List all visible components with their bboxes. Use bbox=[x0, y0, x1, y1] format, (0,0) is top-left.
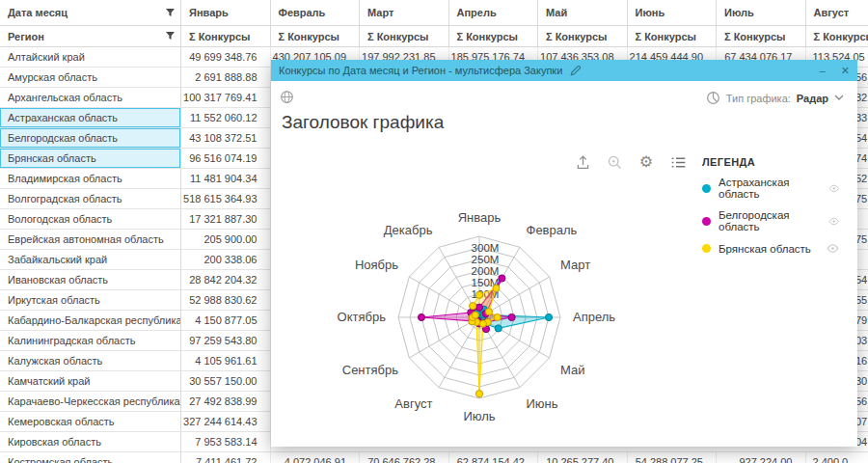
region-cell[interactable]: Калужская область bbox=[0, 351, 181, 370]
region-cell[interactable]: Еврейская автономная область bbox=[0, 230, 181, 249]
export-icon[interactable] bbox=[573, 152, 592, 172]
chevron-down-icon bbox=[834, 95, 844, 101]
value-cell[interactable]: 10 265 277.40 bbox=[538, 452, 628, 463]
value-cell[interactable]: 205 900.00 bbox=[181, 230, 271, 249]
modal-titlebar[interactable]: Конкурсы по Дата месяц и Регион - мульти… bbox=[271, 60, 857, 81]
legend-item[interactable]: Брянская область bbox=[702, 242, 843, 255]
legend-list-icon[interactable] bbox=[668, 152, 688, 172]
legend-item[interactable]: Белгородская область bbox=[702, 209, 843, 232]
value-cell[interactable]: 200 338.06 bbox=[181, 250, 271, 269]
month-column-header[interactable]: Апрель bbox=[449, 0, 539, 26]
region-cell[interactable]: Кабардино-Балкарская республика bbox=[0, 311, 181, 330]
measure-column-header[interactable]: Σ Конкурсы bbox=[717, 26, 806, 47]
settings-gear-icon[interactable]: ⚙ bbox=[637, 152, 656, 172]
region-cell[interactable]: Карачаево-Черкесская республика bbox=[0, 392, 181, 411]
value-cell[interactable]: 70 646 762.28 bbox=[360, 452, 449, 463]
region-cell[interactable]: Ивановская область bbox=[0, 270, 181, 289]
table-header-row-measures: Регион Σ КонкурсыΣ КонкурсыΣ КонкурсыΣ К… bbox=[0, 26, 868, 47]
region-cell[interactable]: Белгородская область bbox=[0, 128, 181, 148]
value-cell[interactable]: 17 321 887.30 bbox=[181, 209, 271, 229]
svg-text:Сентябрь: Сентябрь bbox=[342, 363, 398, 377]
close-button[interactable]: ✕ bbox=[841, 66, 850, 76]
value-cell[interactable]: 43 108 372.51 bbox=[181, 128, 271, 148]
region-cell[interactable]: Алтайский край bbox=[0, 47, 181, 67]
measure-column-header[interactable]: Σ Конкурсы bbox=[538, 26, 628, 47]
region-cell[interactable]: Кировская область bbox=[0, 432, 181, 451]
value-cell[interactable]: 7 953 583.14 bbox=[181, 432, 271, 451]
value-cell[interactable]: 2 400.0 bbox=[806, 452, 868, 463]
month-column-header[interactable]: Май bbox=[538, 0, 628, 26]
value-cell[interactable]: 518 615 364.93 bbox=[181, 189, 271, 208]
minimize-button[interactable]: – bbox=[820, 66, 826, 76]
value-cell[interactable]: 62 874 154.42 bbox=[449, 452, 539, 463]
filter-icon[interactable] bbox=[166, 9, 175, 17]
value-cell[interactable]: 7 411 461.72 bbox=[181, 452, 271, 463]
region-cell[interactable]: Амурская область bbox=[0, 68, 181, 87]
region-cell[interactable]: Костромская область bbox=[0, 452, 181, 463]
chart-modal: Конкурсы по Дата месяц и Регион - мульти… bbox=[271, 60, 857, 447]
visibility-eye-icon[interactable] bbox=[827, 242, 839, 255]
value-cell[interactable]: 927 224.00 bbox=[717, 452, 806, 463]
region-cell[interactable]: Забайкальский край bbox=[0, 250, 181, 269]
legend-item[interactable]: Астраханская область bbox=[702, 177, 843, 200]
measure-column-header[interactable]: Σ Конкурсы bbox=[628, 26, 718, 47]
value-cell[interactable]: 4 105 961.61 bbox=[181, 351, 271, 370]
svg-text:Январь: Январь bbox=[458, 210, 502, 225]
chart-type-selector[interactable]: Тип графика: Радар bbox=[706, 91, 844, 105]
visibility-eye-icon[interactable] bbox=[828, 215, 840, 228]
measure-column-header[interactable]: Σ Конкурсы bbox=[360, 26, 449, 47]
measure-column-header[interactable]: Σ Конкурсы bbox=[806, 26, 868, 47]
value-cell[interactable]: 327 244 614.43 bbox=[181, 412, 271, 431]
measure-column-header[interactable]: Σ Конкурсы bbox=[271, 26, 361, 47]
value-cell[interactable]: 100 317 769.41 bbox=[181, 88, 271, 107]
region-cell[interactable]: Калининградская область bbox=[0, 331, 181, 350]
value-cell[interactable]: 11 552 060.12 bbox=[181, 108, 271, 127]
svg-text:200M: 200M bbox=[472, 265, 500, 277]
month-column-header[interactable]: Январь bbox=[181, 0, 271, 26]
svg-text:Апрель: Апрель bbox=[573, 310, 615, 324]
month-column-header[interactable]: Август bbox=[806, 0, 868, 26]
value-cell[interactable]: 54 288 077.25 bbox=[628, 452, 718, 463]
legend-items: Астраханская областьБелгородская область… bbox=[687, 177, 843, 255]
table-row[interactable]: Костромская область7 411 461.724 072 046… bbox=[0, 452, 868, 463]
value-cell[interactable]: 97 259 543.80 bbox=[181, 331, 271, 350]
value-cell[interactable]: 2 691 888.88 bbox=[181, 68, 271, 87]
app-window: Дата месяц ЯнварьФевральМартАпрельМайИюн… bbox=[0, 0, 868, 463]
region-dimension-header[interactable]: Регион bbox=[0, 26, 181, 47]
value-cell[interactable]: 4 150 877.05 bbox=[181, 311, 271, 330]
value-cell[interactable]: 49 699 348.76 bbox=[181, 47, 271, 67]
region-cell[interactable]: Астраханская область bbox=[0, 108, 181, 127]
visibility-eye-icon[interactable] bbox=[828, 182, 840, 195]
region-cell[interactable]: Волгоградская область bbox=[0, 189, 181, 208]
svg-text:Август: Август bbox=[394, 396, 432, 411]
date-dimension-header[interactable]: Дата месяц bbox=[0, 0, 181, 26]
region-cell[interactable]: Владимирская область bbox=[0, 169, 181, 188]
multisphere-icon[interactable] bbox=[280, 90, 294, 104]
value-cell[interactable]: 96 516 074.19 bbox=[181, 149, 271, 168]
svg-text:Июнь: Июнь bbox=[527, 396, 558, 411]
measure-headers: Σ КонкурсыΣ КонкурсыΣ КонкурсыΣ Конкурсы… bbox=[181, 26, 868, 47]
zoom-icon[interactable] bbox=[605, 152, 624, 172]
region-cell[interactable]: Вологодская область bbox=[0, 209, 181, 229]
month-column-header[interactable]: Июнь bbox=[628, 0, 718, 26]
filter-icon[interactable] bbox=[166, 32, 175, 41]
region-cell[interactable]: Камчатский край bbox=[0, 371, 181, 391]
measure-column-header[interactable]: Σ Конкурсы bbox=[449, 26, 539, 47]
value-cell[interactable]: 27 492 838.99 bbox=[181, 392, 271, 411]
region-cell[interactable]: Архангельская область bbox=[0, 88, 181, 107]
month-column-header[interactable]: Февраль bbox=[271, 0, 361, 26]
region-cell[interactable]: Кемеровская область bbox=[0, 412, 181, 431]
region-cell[interactable]: Иркутская область bbox=[0, 290, 181, 310]
month-column-header[interactable]: Март bbox=[360, 0, 449, 26]
month-headers: ЯнварьФевральМартАпрельМайИюньИюльАвгуст bbox=[181, 0, 868, 26]
radar-chart[interactable]: 300M250M200M150M100MЯнварьФевральМартАпр… bbox=[329, 204, 647, 446]
value-cell[interactable]: 52 988 830.62 bbox=[181, 290, 271, 310]
value-cell[interactable]: 4 072 046.91 bbox=[271, 452, 361, 463]
month-column-header[interactable]: Июль bbox=[717, 0, 806, 26]
edit-title-icon[interactable] bbox=[570, 65, 582, 76]
value-cell[interactable]: 11 481 904.34 bbox=[181, 169, 271, 188]
measure-column-header[interactable]: Σ Конкурсы bbox=[181, 26, 271, 47]
value-cell[interactable]: 28 842 204.32 bbox=[181, 270, 271, 289]
value-cell[interactable]: 30 557 150.00 bbox=[181, 371, 271, 391]
region-cell[interactable]: Брянская область bbox=[0, 149, 181, 168]
